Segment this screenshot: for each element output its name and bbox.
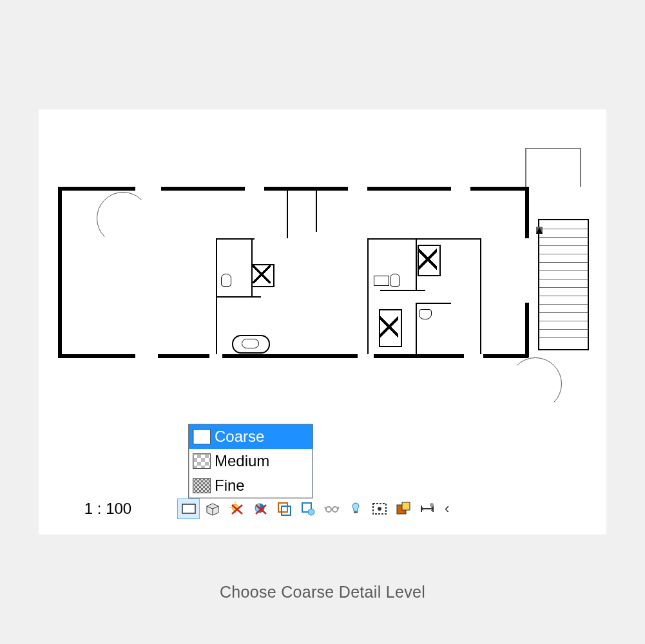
view-control-bar: 1 : 100 ‹ [39, 496, 606, 522]
detail-option-fine[interactable]: Fine [189, 473, 313, 498]
svg-point-25 [430, 503, 434, 507]
detail-option-medium[interactable]: Medium [189, 449, 313, 473]
svg-rect-17 [354, 511, 358, 513]
instruction-caption: Choose Coarse Detail Level [0, 583, 645, 601]
stairs [538, 219, 589, 350]
collapse-chevron-icon[interactable]: ‹ [438, 500, 456, 517]
detail-option-label: Fine [215, 477, 245, 495]
svg-rect-0 [182, 504, 195, 513]
floor-plan [58, 174, 586, 374]
svg-point-16 [332, 507, 338, 512]
svg-rect-21 [402, 502, 410, 510]
medium-swatch-icon [193, 453, 211, 469]
coarse-swatch-icon [193, 429, 211, 444]
reveal-hidden-icon[interactable] [392, 498, 414, 519]
svg-rect-12 [282, 506, 291, 515]
detail-level-popup: CoarseMediumFine [188, 424, 313, 498]
svg-rect-11 [278, 503, 287, 512]
shadows-off-icon[interactable] [249, 498, 271, 519]
drawing-viewport: CoarseMediumFine 1 : 100 ‹ [39, 109, 606, 535]
svg-point-15 [326, 507, 331, 512]
view-toolbar-icons [177, 498, 438, 519]
svg-point-14 [308, 509, 314, 515]
svg-point-19 [378, 507, 381, 511]
glasses-icon[interactable] [320, 498, 343, 519]
dimension-icon[interactable] [416, 498, 438, 519]
crop-view-icon[interactable] [273, 498, 295, 519]
view-scale-button[interactable]: 1 : 100 [39, 500, 177, 518]
fine-swatch-icon [193, 478, 211, 493]
detail-option-label: Coarse [215, 428, 264, 446]
detail-option-label: Medium [215, 452, 269, 470]
detail-level-icon[interactable] [177, 498, 200, 519]
show-crop-region-icon[interactable] [296, 498, 319, 519]
light-bulb-icon[interactable] [344, 498, 367, 519]
visual-style-icon[interactable] [201, 498, 224, 519]
sun-path-off-icon[interactable] [225, 498, 247, 519]
temporary-hide-icon[interactable] [368, 498, 390, 519]
detail-option-coarse[interactable]: Coarse [189, 424, 313, 449]
